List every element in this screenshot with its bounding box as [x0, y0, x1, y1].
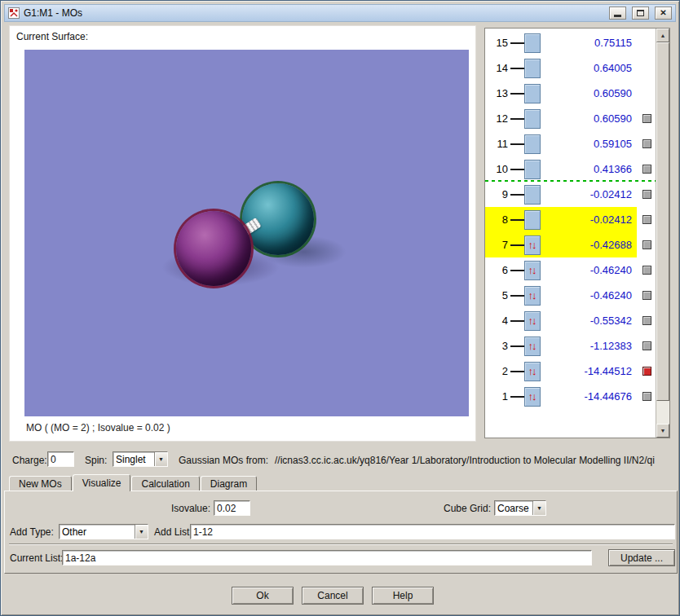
- mo-row[interactable]: 5 ↑↓ -0.46240: [485, 283, 656, 308]
- mo-row[interactable]: 6 ↑↓ -0.46240: [485, 257, 656, 283]
- mo-energy: 0.60590: [541, 87, 637, 99]
- mo-cube-checkbox[interactable]: [642, 114, 651, 123]
- spin-down-arrow-icon: ↓: [532, 240, 537, 250]
- mo-3d-viewport[interactable]: [24, 50, 469, 416]
- charge-input[interactable]: [47, 451, 74, 467]
- mo-number: 8: [485, 213, 508, 226]
- mo-energy: 0.60590: [541, 112, 637, 125]
- mo-energy: -0.42688: [541, 239, 637, 251]
- mo-energy: -1.12383: [541, 340, 637, 352]
- spin-down-arrow-icon: ↓: [532, 341, 537, 351]
- maximize-button[interactable]: [632, 7, 649, 20]
- scroll-thumb[interactable]: [656, 42, 669, 401]
- mo-row[interactable]: 1 ↑↓ -14.44676: [485, 384, 656, 409]
- mo-row-band: 3 ↑↓ -1.12383: [485, 333, 637, 359]
- mo-level-box[interactable]: [524, 134, 541, 154]
- mo-number: 2: [485, 365, 508, 377]
- mo-level-box[interactable]: ↑↓: [524, 261, 541, 280]
- spin-down-arrow-icon: ↓: [532, 290, 537, 301]
- mo-number: 15: [485, 37, 508, 49]
- mo-cube-checkbox[interactable]: [642, 190, 651, 199]
- mo-cube-checkbox[interactable]: [642, 240, 651, 249]
- mo-energy: -14.44676: [541, 390, 637, 403]
- mo-cube-checkbox[interactable]: [642, 341, 651, 350]
- mo-level-line: [510, 93, 524, 95]
- mo-energy: -0.46240: [541, 264, 637, 276]
- mo-level-line: [510, 320, 524, 322]
- current-list-input[interactable]: [62, 550, 592, 565]
- mo-level-box[interactable]: ↑↓: [524, 286, 541, 306]
- mo-row[interactable]: 11 0.59105: [485, 131, 656, 156]
- mo-level-box[interactable]: [524, 84, 541, 103]
- mo-row[interactable]: 15 0.75115: [485, 30, 656, 55]
- tab-diagram[interactable]: Diagram: [201, 476, 257, 491]
- mo-cube-checkbox[interactable]: [642, 367, 651, 376]
- mo-row[interactable]: 10 0.41366: [485, 156, 656, 182]
- spin-select[interactable]: Singlet ▼: [113, 451, 168, 467]
- mo-level-box[interactable]: [524, 109, 541, 129]
- add-type-select[interactable]: Other ▼: [59, 524, 148, 539]
- mo-level-box[interactable]: [524, 33, 541, 53]
- mo-level-box[interactable]: ↑↓: [524, 362, 541, 381]
- scroll-up-button[interactable]: ▲: [656, 29, 669, 42]
- mo-level-box[interactable]: [524, 59, 541, 78]
- tab-calculation[interactable]: Calculation: [131, 476, 199, 491]
- mo-level-box[interactable]: ↑↓: [524, 235, 541, 255]
- current-list-label: Current List:: [10, 552, 63, 564]
- mo-cube-checkbox[interactable]: [642, 291, 651, 300]
- mo-row[interactable]: 3 ↑↓ -1.12383: [485, 333, 656, 359]
- mo-row[interactable]: 14 0.64005: [485, 55, 656, 81]
- mo-level-line: [510, 68, 524, 69]
- cancel-button[interactable]: Cancel: [302, 587, 364, 605]
- gaussian-source: Gaussian MOs from: //icnas3.cc.ic.ac.uk/…: [179, 455, 676, 466]
- mo-number: 5: [485, 289, 508, 301]
- mo-row[interactable]: 7 ↑↓ -0.42688: [485, 232, 656, 257]
- mo-level-box[interactable]: [524, 185, 541, 205]
- window-controls: ✕: [609, 7, 672, 20]
- app-icon: [8, 7, 20, 19]
- minimize-button[interactable]: [609, 7, 626, 20]
- update-button[interactable]: Update ...: [608, 549, 675, 566]
- titlebar[interactable]: G1:M1 - MOs ✕: [4, 4, 676, 22]
- mo-number: 7: [485, 239, 508, 251]
- mo-number: 12: [485, 112, 508, 125]
- add-list-input[interactable]: [190, 524, 675, 539]
- mo-level-box[interactable]: ↑↓: [524, 311, 541, 331]
- mo-row[interactable]: 8 -0.02412: [485, 207, 656, 232]
- mo-cube-checkbox[interactable]: [642, 392, 651, 401]
- isovalue-input[interactable]: [214, 500, 250, 516]
- mo-level-line: [510, 143, 524, 145]
- spin-down-arrow-icon: ↓: [532, 315, 537, 326]
- mo-cube-checkbox[interactable]: [642, 165, 651, 174]
- mo-cube-checkbox[interactable]: [642, 215, 651, 224]
- mo-row-band: 14 0.64005: [485, 55, 637, 81]
- mo-row[interactable]: 4 ↑↓ -0.55342: [485, 308, 656, 333]
- mo-level-box[interactable]: ↑↓: [524, 387, 541, 407]
- mo-cube-checkbox[interactable]: [642, 266, 651, 275]
- mo-energy: -0.02412: [541, 213, 637, 226]
- close-button[interactable]: ✕: [655, 7, 672, 20]
- mo-cube-checkbox[interactable]: [642, 139, 651, 148]
- surface-caption: MO ( (MO = 2) ; Isovalue = 0.02 ): [26, 422, 170, 433]
- mo-number: 10: [485, 163, 508, 175]
- mo-scrollbar[interactable]: ▲ ▼: [656, 29, 669, 438]
- mo-number: 11: [485, 138, 508, 150]
- mo-level-box[interactable]: ↑↓: [524, 337, 541, 356]
- mo-level-line: [510, 270, 524, 271]
- help-button[interactable]: Help: [372, 587, 434, 605]
- mo-row[interactable]: 13 0.60590: [485, 81, 656, 106]
- tab-new-mos[interactable]: New MOs: [9, 476, 72, 491]
- mo-level-box[interactable]: [524, 210, 541, 230]
- mo-cube-checkbox[interactable]: [642, 316, 651, 325]
- mo-row[interactable]: 2 ↑↓ -14.44512: [485, 359, 656, 384]
- tab-visualize[interactable]: Visualize: [73, 474, 131, 491]
- mo-row[interactable]: 12 0.60590: [485, 106, 656, 131]
- scroll-down-button[interactable]: ▼: [656, 424, 669, 438]
- mo-level-box[interactable]: [524, 160, 541, 179]
- mo-row[interactable]: 9 -0.02412: [485, 182, 656, 207]
- scroll-up-icon: ▲: [660, 33, 666, 38]
- close-icon: ✕: [660, 9, 666, 17]
- cube-grid-select[interactable]: Coarse ▼: [494, 500, 546, 516]
- ok-button[interactable]: Ok: [232, 587, 294, 605]
- cube-grid-value: Coarse: [495, 501, 532, 515]
